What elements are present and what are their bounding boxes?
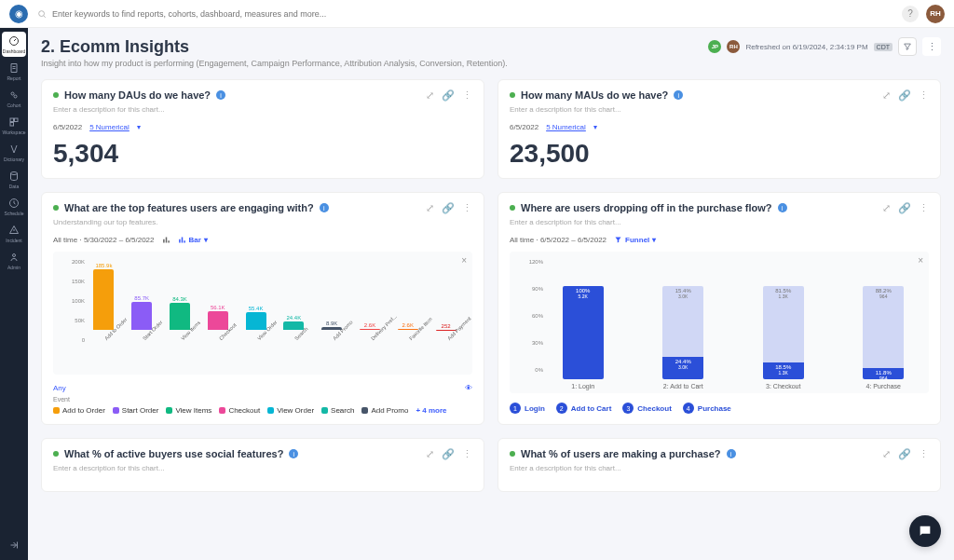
chevron-down-icon[interactable]: ▾ bbox=[137, 123, 141, 131]
bar-item[interactable]: 84.3KView Items bbox=[163, 296, 198, 344]
expand-icon[interactable]: ⤢ bbox=[426, 89, 434, 102]
viz-type-select[interactable]: Bar ▾ bbox=[178, 236, 208, 244]
card-more-icon[interactable]: ⋮ bbox=[919, 89, 929, 102]
sidebar-label: Dashboard bbox=[3, 48, 25, 54]
expand-icon[interactable]: ⤢ bbox=[882, 202, 891, 214]
link-icon[interactable]: 🔗 bbox=[442, 448, 455, 460]
link-icon[interactable]: 🔗 bbox=[898, 89, 911, 102]
collab-avatar-2[interactable]: RH bbox=[727, 40, 740, 53]
bar-item[interactable]: 56.1KCheckout bbox=[200, 305, 235, 343]
sidebar-item-report[interactable]: Report bbox=[2, 59, 26, 84]
link-icon[interactable]: 🔗 bbox=[898, 448, 911, 460]
legend-item[interactable]: Add to Order bbox=[53, 406, 105, 415]
search-input[interactable] bbox=[52, 9, 425, 19]
bar-item[interactable]: 24.4KSearch bbox=[277, 315, 311, 343]
info-icon[interactable]: i bbox=[727, 449, 736, 458]
card-description[interactable]: Enter a description for this chart... bbox=[510, 105, 929, 114]
date-range[interactable]: All time · 6/5/2022 – 6/5/2022 bbox=[510, 236, 606, 244]
date-range[interactable]: All time · 5/30/2022 – 6/5/2022 bbox=[53, 236, 155, 244]
svg-rect-14 bbox=[181, 238, 183, 243]
help-icon[interactable]: ? bbox=[902, 6, 919, 22]
sidebar-label: Cohort bbox=[7, 102, 20, 108]
chevron-down-icon[interactable]: ▾ bbox=[593, 123, 597, 131]
numerical-link[interactable]: 5 Numerical bbox=[89, 123, 129, 131]
info-icon[interactable]: i bbox=[216, 90, 225, 100]
legend-item[interactable]: View Items bbox=[166, 406, 211, 415]
card-description[interactable]: Enter a description for this chart... bbox=[53, 105, 472, 114]
report-icon bbox=[8, 62, 20, 74]
info-icon[interactable]: i bbox=[674, 90, 683, 100]
card-description[interactable]: Enter a description for this chart... bbox=[510, 464, 929, 472]
link-icon[interactable]: 🔗 bbox=[442, 202, 455, 214]
funnel-step[interactable]: 88.2%96411.8%9644: Purchase bbox=[848, 259, 920, 389]
card-description[interactable]: Enter a description for this chart... bbox=[510, 218, 929, 226]
collab-avatar-1[interactable]: JP bbox=[708, 40, 721, 53]
link-icon[interactable]: 🔗 bbox=[898, 202, 911, 214]
viz-type-select[interactable]: Funnel ▾ bbox=[614, 236, 656, 244]
bar-item[interactable]: 85.7KStart Order bbox=[125, 295, 159, 343]
app-logo[interactable]: ◉ bbox=[9, 5, 28, 23]
funnel-legend-item[interactable]: 3Checkout bbox=[622, 403, 671, 414]
svg-rect-11 bbox=[165, 238, 167, 243]
card-description[interactable]: Enter a description for this chart... bbox=[53, 464, 472, 472]
sidebar-collapse[interactable] bbox=[2, 536, 26, 558]
dictionary-icon bbox=[8, 143, 20, 155]
card-more-icon[interactable]: ⋮ bbox=[462, 202, 472, 214]
funnel-step[interactable]: 100%5.2K1: Login bbox=[547, 259, 620, 389]
card-more-icon[interactable]: ⋮ bbox=[919, 448, 929, 460]
card-more-icon[interactable]: ⋮ bbox=[462, 89, 472, 102]
bar-item[interactable]: 55.4KView Order bbox=[238, 306, 273, 343]
topbar: ◉ ? RH bbox=[0, 0, 954, 28]
card-more-icon[interactable]: ⋮ bbox=[462, 448, 472, 460]
card-title: What % of active buyers use social featu… bbox=[64, 448, 283, 459]
expand-icon[interactable]: ⤢ bbox=[882, 448, 891, 460]
visibility-icon[interactable]: 👁 bbox=[465, 384, 472, 392]
chart-type-switch[interactable] bbox=[162, 236, 170, 244]
cohort-icon bbox=[8, 89, 20, 101]
chat-bubble[interactable] bbox=[909, 515, 941, 547]
card-date: 6/5/2022 bbox=[53, 123, 82, 131]
bar-item[interactable]: 8.9KAdd Promo bbox=[315, 321, 349, 343]
legend-item[interactable]: Start Order bbox=[113, 406, 159, 415]
bar-item[interactable]: 185.9kAdd to Order bbox=[87, 263, 121, 343]
bar-item[interactable]: 2.6KDelivery Pref... bbox=[353, 322, 388, 343]
svg-rect-5 bbox=[15, 118, 19, 122]
user-avatar[interactable]: RH bbox=[926, 5, 945, 23]
sidebar-item-dictionary[interactable]: Dictionary bbox=[2, 140, 26, 165]
sidebar-item-cohort[interactable]: Cohort bbox=[2, 86, 26, 111]
card-dau: How many DAUs do we have?i ⤢🔗⋮ Enter a d… bbox=[41, 79, 484, 179]
legend-item[interactable]: Checkout bbox=[219, 406, 260, 415]
expand-icon[interactable]: ⤢ bbox=[426, 202, 434, 214]
legend-item[interactable]: Search bbox=[321, 406, 354, 415]
expand-icon[interactable]: ⤢ bbox=[882, 89, 891, 102]
bar-item[interactable]: 252Add Payment bbox=[429, 323, 463, 343]
link-icon[interactable]: 🔗 bbox=[442, 89, 455, 102]
funnel-step[interactable]: 15.4%3.0K24.4%3.0K2: Add to Cart bbox=[647, 259, 720, 389]
admin-icon bbox=[8, 252, 20, 263]
funnel-step[interactable]: 81.5%1.3K18.5%1.3K3: Checkout bbox=[747, 259, 820, 389]
legend-more[interactable]: + 4 more bbox=[416, 406, 446, 415]
bar-item[interactable]: 2.6KFavorite Item bbox=[390, 322, 425, 343]
card-more-icon[interactable]: ⋮ bbox=[919, 202, 929, 214]
sidebar-item-workspace[interactable]: Workspace bbox=[2, 113, 26, 138]
legend-item[interactable]: Add Promo bbox=[361, 406, 408, 415]
sidebar-item-dashboard[interactable]: Dashboard bbox=[2, 32, 26, 57]
more-button[interactable]: ⋮ bbox=[922, 37, 941, 56]
numerical-link[interactable]: 5 Numerical bbox=[546, 123, 586, 131]
schedule-icon bbox=[8, 198, 20, 209]
info-icon[interactable]: i bbox=[778, 203, 787, 212]
filter-button[interactable] bbox=[898, 37, 917, 56]
funnel-legend-item[interactable]: 4Purchase bbox=[683, 403, 731, 414]
sidebar-item-schedule[interactable]: Schedule bbox=[2, 194, 26, 219]
sidebar-item-data[interactable]: Data bbox=[2, 167, 26, 192]
legend-item[interactable]: View Order bbox=[267, 406, 314, 415]
funnel-legend-item[interactable]: 1Login bbox=[510, 403, 545, 414]
filter-any[interactable]: Any bbox=[53, 384, 66, 392]
funnel-legend-item[interactable]: 2Add to Cart bbox=[556, 403, 612, 414]
data-icon bbox=[8, 171, 20, 182]
info-icon[interactable]: i bbox=[320, 203, 329, 212]
sidebar-item-incident[interactable]: Incident bbox=[2, 221, 26, 246]
expand-icon[interactable]: ⤢ bbox=[426, 448, 434, 460]
sidebar-item-admin[interactable]: Admin bbox=[2, 248, 26, 273]
info-icon[interactable]: i bbox=[289, 449, 298, 458]
